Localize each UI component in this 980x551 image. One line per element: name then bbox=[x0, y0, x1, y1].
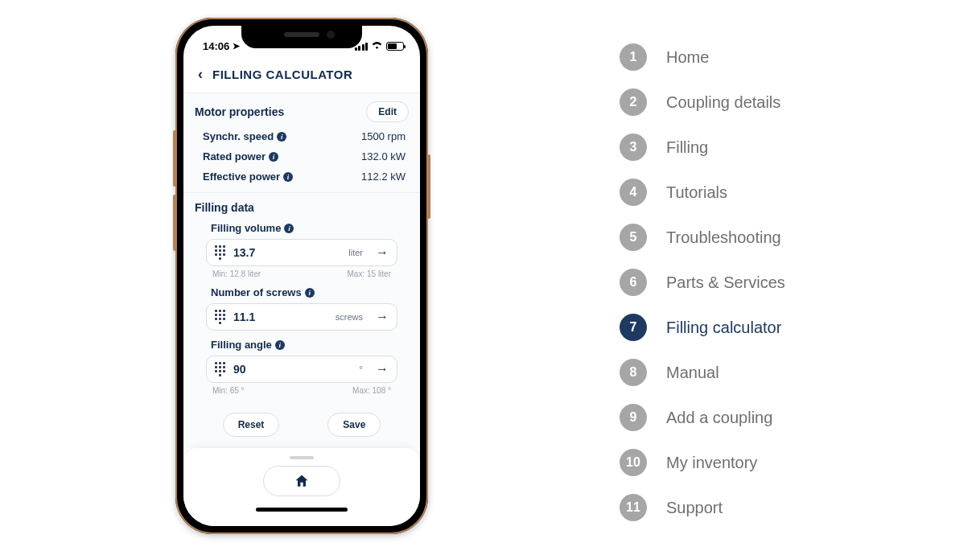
field-unit: screws bbox=[336, 312, 363, 322]
legend-number-badge: 1 bbox=[620, 43, 647, 71]
phone-screen: 14:06 ➤ ‹ FILLING CALCULATOR bbox=[183, 26, 420, 526]
bottom-sheet[interactable] bbox=[183, 448, 420, 526]
legend-number-badge: 11 bbox=[620, 494, 647, 521]
reset-button[interactable]: Reset bbox=[223, 413, 280, 437]
prop-label: Effective power bbox=[203, 171, 280, 183]
field-label: Number of screws bbox=[211, 286, 302, 298]
field-label: Filling volume bbox=[211, 222, 281, 234]
arrow-right-icon: → bbox=[376, 310, 389, 324]
keypad-icon bbox=[215, 310, 225, 324]
legend-label: Support bbox=[666, 499, 723, 517]
prop-value: 132.0 kW bbox=[361, 150, 406, 162]
info-icon[interactable]: i bbox=[284, 224, 294, 233]
wifi-icon bbox=[371, 40, 383, 51]
keypad-icon bbox=[215, 245, 225, 260]
edit-button[interactable]: Edit bbox=[366, 101, 409, 122]
prop-row: Rated poweri 132.0 kW bbox=[195, 147, 409, 167]
legend-item[interactable]: 8Manual bbox=[620, 359, 785, 386]
info-icon[interactable]: i bbox=[269, 152, 278, 162]
legend-item[interactable]: 4Tutorials bbox=[620, 179, 785, 206]
keypad-icon bbox=[215, 362, 225, 376]
app-header: ‹ FILLING CALCULATOR bbox=[183, 61, 420, 93]
legend-item[interactable]: 10My inventory bbox=[620, 449, 785, 476]
legend-item[interactable]: 6Parts & Services bbox=[620, 269, 785, 296]
home-indicator bbox=[256, 508, 348, 512]
field-unit: ° bbox=[360, 364, 363, 374]
prop-label: Rated power bbox=[203, 150, 266, 162]
legend-item[interactable]: 7Filling calculator bbox=[620, 314, 785, 341]
info-icon[interactable]: i bbox=[283, 172, 293, 182]
legend-number-badge: 3 bbox=[620, 134, 647, 161]
legend-item[interactable]: 9Add a coupling bbox=[620, 404, 785, 431]
legend-number-badge: 8 bbox=[620, 359, 647, 386]
filling-volume-input[interactable]: 13.7 liter → bbox=[206, 239, 397, 266]
prop-label: Synchr. speed bbox=[203, 130, 274, 142]
section-title: Motor properties bbox=[195, 105, 284, 118]
legend-item[interactable]: 11Support bbox=[620, 494, 785, 521]
location-services-icon: ➤ bbox=[233, 41, 240, 51]
legend-item[interactable]: 1Home bbox=[620, 43, 785, 71]
arrow-right-icon: → bbox=[376, 245, 389, 260]
prop-row: Effective poweri 112.2 kW bbox=[195, 167, 409, 187]
legend-item[interactable]: 2Coupling details bbox=[620, 88, 785, 116]
legend-item[interactable]: 5Troubleshooting bbox=[620, 224, 785, 251]
legend-label: Manual bbox=[666, 364, 719, 382]
clock: 14:06 bbox=[203, 40, 229, 52]
save-button[interactable]: Save bbox=[327, 413, 381, 437]
field-unit: liter bbox=[348, 248, 363, 257]
field-value: 90 bbox=[233, 363, 352, 376]
number-of-screws-input[interactable]: 11.1 screws → bbox=[206, 303, 397, 331]
battery-icon bbox=[386, 42, 404, 51]
back-icon[interactable]: ‹ bbox=[198, 66, 203, 83]
legend-number-badge: 5 bbox=[620, 224, 647, 251]
home-icon bbox=[294, 473, 310, 489]
legend-label: Add a coupling bbox=[666, 409, 772, 427]
field-value: 11.1 bbox=[233, 310, 327, 323]
legend-number-badge: 9 bbox=[620, 404, 647, 431]
info-icon[interactable]: i bbox=[275, 340, 285, 350]
legend-label: Home bbox=[666, 48, 709, 67]
prop-row: Synchr. speedi 1500 rpm bbox=[195, 127, 409, 147]
info-icon[interactable]: i bbox=[277, 132, 286, 142]
legend-label: Tutorials bbox=[666, 183, 727, 202]
legend-label: Coupling details bbox=[666, 93, 780, 112]
arrow-right-icon: → bbox=[376, 362, 389, 376]
field-min: Min: 12.8 liter bbox=[212, 269, 261, 278]
field-min: Min: 65 ° bbox=[212, 386, 245, 395]
legend-number-badge: 7 bbox=[620, 314, 647, 341]
field-value: 13.7 bbox=[233, 246, 340, 259]
legend-label: Filling calculator bbox=[666, 319, 781, 337]
home-button[interactable] bbox=[263, 466, 340, 496]
legend-number-badge: 6 bbox=[620, 269, 647, 296]
prop-value: 1500 rpm bbox=[361, 130, 406, 142]
field-label: Filling angle bbox=[211, 339, 272, 351]
prop-value: 112.2 kW bbox=[361, 171, 406, 183]
filling-data-section: Filling data Filling volumei 13.7 liter … bbox=[183, 192, 420, 448]
section-title: Filling data bbox=[195, 201, 254, 214]
legend-label: Filling bbox=[666, 138, 708, 157]
content-scroll[interactable]: Motor properties Edit Synchr. speedi 150… bbox=[183, 93, 420, 448]
legend-number-badge: 2 bbox=[620, 88, 647, 116]
drag-handle-icon[interactable] bbox=[290, 456, 314, 459]
legend-label: My inventory bbox=[666, 454, 757, 472]
page-title: FILLING CALCULATOR bbox=[212, 68, 352, 81]
phone-device: 14:06 ➤ ‹ FILLING CALCULATOR bbox=[175, 18, 428, 534]
field-max: Max: 108 ° bbox=[352, 386, 391, 395]
legend-label: Parts & Services bbox=[666, 273, 785, 292]
legend-number-badge: 10 bbox=[620, 449, 647, 476]
filling-angle-input[interactable]: 90 ° → bbox=[206, 356, 397, 383]
info-icon[interactable]: i bbox=[305, 288, 315, 298]
legend-number-badge: 4 bbox=[620, 179, 647, 206]
legend-item[interactable]: 3Filling bbox=[620, 134, 785, 161]
motor-properties-section: Motor properties Edit Synchr. speedi 150… bbox=[183, 93, 420, 192]
legend-list: 1Home2Coupling details3Filling4Tutorials… bbox=[620, 43, 785, 521]
legend-label: Troubleshooting bbox=[666, 228, 781, 247]
field-max: Max: 15 liter bbox=[348, 269, 391, 278]
